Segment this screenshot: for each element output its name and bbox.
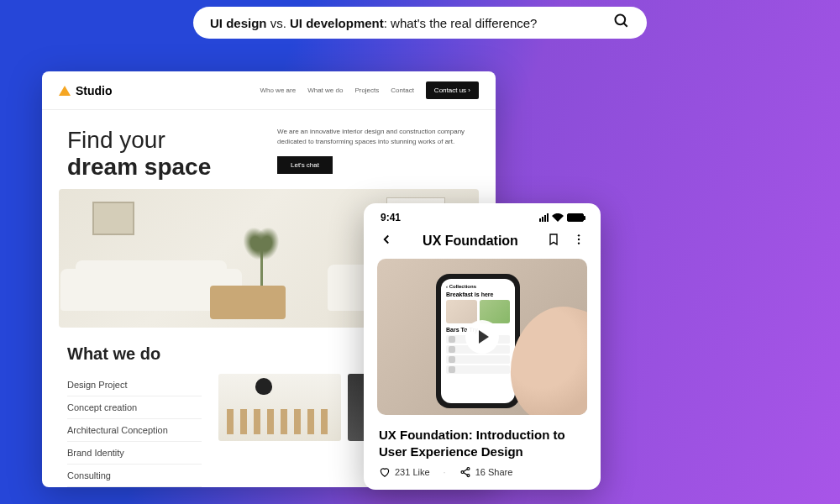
play-button-icon[interactable]	[465, 320, 499, 354]
share-button[interactable]: 16 Share	[459, 466, 513, 478]
share-icon	[459, 466, 471, 478]
hero-copy: We are an innovative interior design and…	[277, 127, 470, 181]
svg-point-0	[616, 15, 626, 25]
inner-heading: Breakfast is here	[446, 291, 510, 297]
site-header: Studio Who we are What we do Projects Co…	[42, 71, 496, 110]
svg-line-9	[463, 473, 467, 475]
signal-icon	[539, 213, 549, 222]
service-image	[218, 374, 341, 441]
inner-back: ‹ Collections	[446, 284, 510, 289]
svg-point-4	[578, 242, 580, 244]
phone-mockup: 9:41 UX Foundation ‹ Collections Breakfa…	[364, 203, 601, 490]
wifi-icon	[552, 213, 564, 222]
service-item[interactable]: Consulting	[67, 465, 202, 487]
nav-what-we-do[interactable]: What we do	[307, 87, 343, 94]
nav-who-we-are[interactable]: Who we are	[260, 87, 296, 94]
site-nav: Who we are What we do Projects Contact C…	[260, 81, 479, 99]
battery-icon	[567, 213, 584, 222]
services-list: Design Project Concept creation Architec…	[67, 374, 202, 487]
svg-point-2	[578, 234, 580, 236]
search-icon[interactable]	[613, 13, 630, 33]
back-icon[interactable]	[379, 232, 394, 250]
status-bar: 9:41	[364, 203, 601, 227]
article-stats: 231 Like · 16 Share	[364, 466, 601, 490]
service-item[interactable]: Concept creation	[67, 396, 202, 419]
bookmark-icon[interactable]	[547, 233, 560, 249]
logo[interactable]: Studio	[59, 84, 113, 97]
hero-section: Find yourdream space We are an innovativ…	[42, 110, 496, 189]
service-item[interactable]: Architectural Conception	[67, 419, 202, 442]
svg-point-3	[578, 239, 580, 240]
svg-line-8	[463, 470, 467, 472]
service-item[interactable]: Design Project	[67, 374, 202, 396]
search-bar[interactable]: UI design vs. UI development: what's the…	[193, 7, 647, 39]
article-title: UX Foundation: Introduction to User Expe…	[364, 415, 601, 466]
like-button[interactable]: 231 Like	[379, 466, 430, 478]
logo-icon	[59, 86, 71, 96]
nav-contact[interactable]: Contact	[391, 87, 414, 94]
contact-us-button[interactable]: Contact us ›	[426, 81, 479, 99]
lets-chat-button[interactable]: Let's chat	[277, 156, 333, 174]
hero-headline: Find yourdream space	[67, 127, 211, 181]
hero-tagline: We are an innovative interior design and…	[277, 127, 470, 147]
svg-line-1	[624, 24, 627, 27]
service-item[interactable]: Brand Identity	[67, 442, 202, 465]
app-title: UX Foundation	[423, 234, 518, 249]
more-icon[interactable]	[572, 233, 585, 249]
brand-name: Studio	[76, 84, 113, 97]
nav-projects[interactable]: Projects	[354, 87, 379, 94]
status-icons	[539, 213, 584, 222]
app-header: UX Foundation	[364, 227, 601, 259]
status-time: 9:41	[381, 212, 401, 223]
phone-hero-image[interactable]: ‹ Collections Breakfast is here Bars To …	[377, 259, 587, 415]
heart-icon	[379, 466, 391, 478]
search-text: UI design vs. UI development: what's the…	[210, 16, 537, 30]
